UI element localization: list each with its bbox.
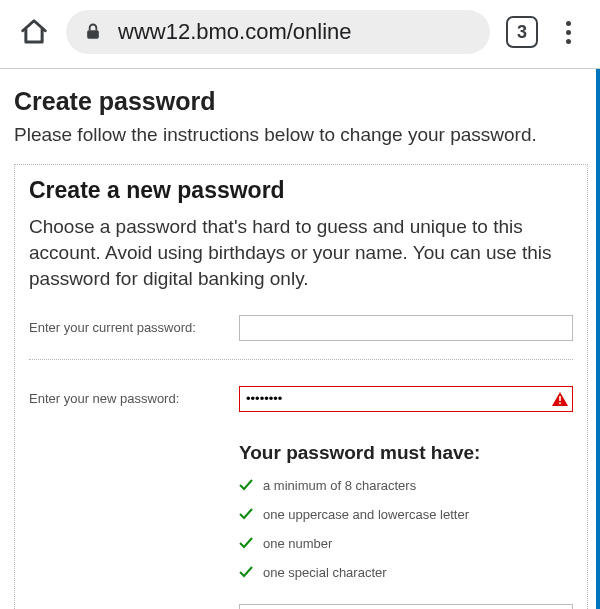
new-password-label: Enter your new password:	[29, 391, 229, 406]
new-password-row: Enter your new password:	[29, 380, 573, 424]
requirement-text: one number	[263, 536, 332, 551]
check-icon	[239, 507, 253, 521]
url-text: www12.bmo.com/online	[118, 19, 352, 45]
warning-icon	[552, 392, 568, 406]
lock-icon	[82, 21, 104, 43]
page-title: Create password	[14, 87, 588, 116]
confirm-password-row: Re-enter your new password:	[29, 598, 573, 609]
card-description: Choose a password that's hard to guess a…	[29, 214, 573, 293]
requirement-item: one special character	[239, 565, 573, 580]
page: Create password Please follow the instru…	[0, 68, 600, 609]
svg-rect-0	[87, 30, 99, 38]
requirement-text: one special character	[263, 565, 387, 580]
svg-rect-1	[559, 396, 561, 401]
requirement-text: a minimum of 8 characters	[263, 478, 416, 493]
requirement-text: one uppercase and lowercase letter	[263, 507, 469, 522]
current-password-label: Enter your current password:	[29, 320, 229, 335]
browser-bar: www12.bmo.com/online 3	[0, 0, 600, 68]
tab-count[interactable]: 3	[506, 16, 538, 48]
page-subtitle: Please follow the instructions below to …	[14, 124, 588, 146]
card-title: Create a new password	[29, 177, 573, 204]
requirement-item: one uppercase and lowercase letter	[239, 507, 573, 522]
requirements-block: Your password must have: a minimum of 8 …	[239, 442, 573, 580]
address-bar[interactable]: www12.bmo.com/online	[66, 10, 490, 54]
current-password-input[interactable]	[239, 315, 573, 341]
tab-count-value: 3	[517, 22, 527, 43]
accent-bar	[596, 69, 600, 609]
svg-rect-2	[559, 402, 561, 404]
more-menu-icon[interactable]	[554, 18, 582, 46]
check-icon	[239, 478, 253, 492]
new-password-input[interactable]	[239, 386, 573, 412]
password-card: Create a new password Choose a password …	[14, 164, 588, 609]
check-icon	[239, 565, 253, 579]
requirements-title: Your password must have:	[239, 442, 573, 464]
requirement-item: a minimum of 8 characters	[239, 478, 573, 493]
confirm-password-input[interactable]	[239, 604, 573, 609]
check-icon	[239, 536, 253, 550]
requirement-item: one number	[239, 536, 573, 551]
home-icon[interactable]	[18, 16, 50, 48]
current-password-row: Enter your current password:	[29, 309, 573, 360]
